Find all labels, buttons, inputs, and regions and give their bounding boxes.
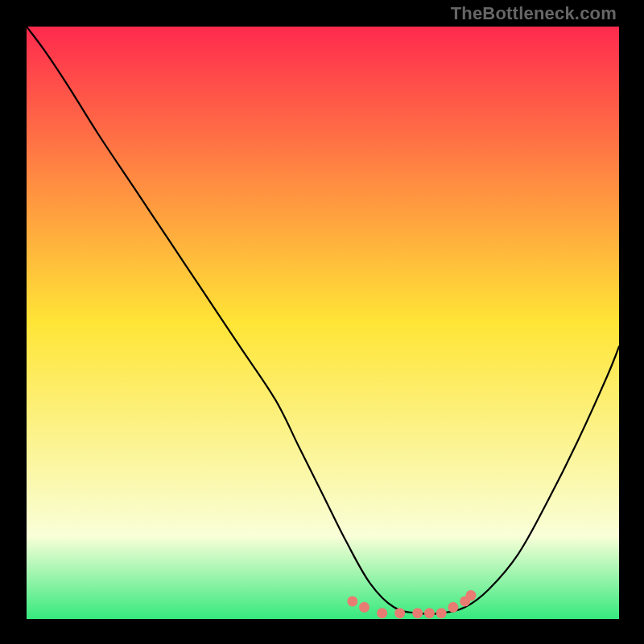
curve-dot: [394, 608, 405, 618]
bottleneck-chart: [27, 27, 619, 619]
curve-dot: [466, 590, 477, 601]
curve-dot: [359, 602, 369, 613]
curve-dot: [436, 608, 447, 618]
gradient-background: [27, 27, 619, 619]
curve-dot: [424, 608, 435, 618]
watermark-text: TheBottleneck.com: [451, 3, 617, 24]
chart-frame: [25, 25, 621, 621]
curve-dot: [377, 608, 387, 618]
curve-dot: [412, 608, 423, 618]
curve-dot: [448, 602, 458, 613]
curve-dot: [347, 596, 357, 606]
